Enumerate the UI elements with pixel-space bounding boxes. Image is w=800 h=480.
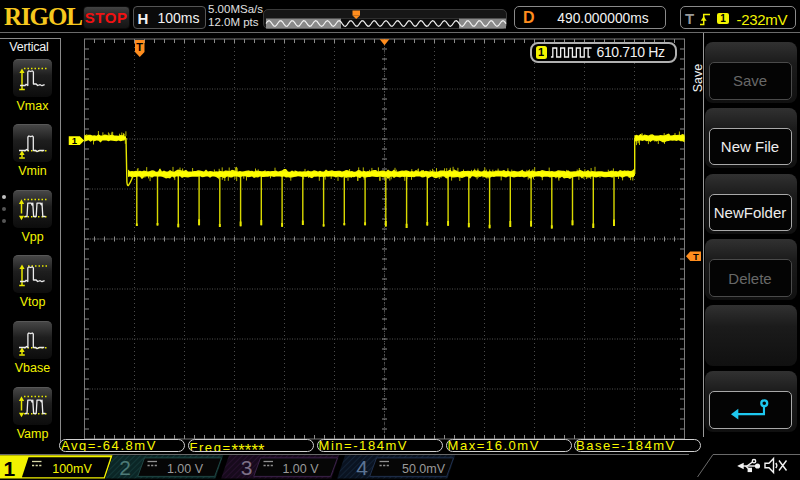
- svg-text:1: 1: [72, 135, 78, 146]
- svg-text:T: T: [693, 251, 699, 262]
- svg-text:T: T: [136, 41, 143, 53]
- svg-text:4: 4: [356, 456, 368, 479]
- svg-text:1.00 V: 1.00 V: [282, 462, 319, 476]
- svg-text:1: 1: [4, 457, 16, 480]
- svg-text:100mV: 100mV: [52, 462, 92, 476]
- svg-text:1.00 V: 1.00 V: [167, 462, 204, 476]
- svg-text:2: 2: [119, 456, 131, 479]
- svg-text:50.0mV: 50.0mV: [402, 462, 446, 476]
- svg-text:3: 3: [241, 456, 253, 479]
